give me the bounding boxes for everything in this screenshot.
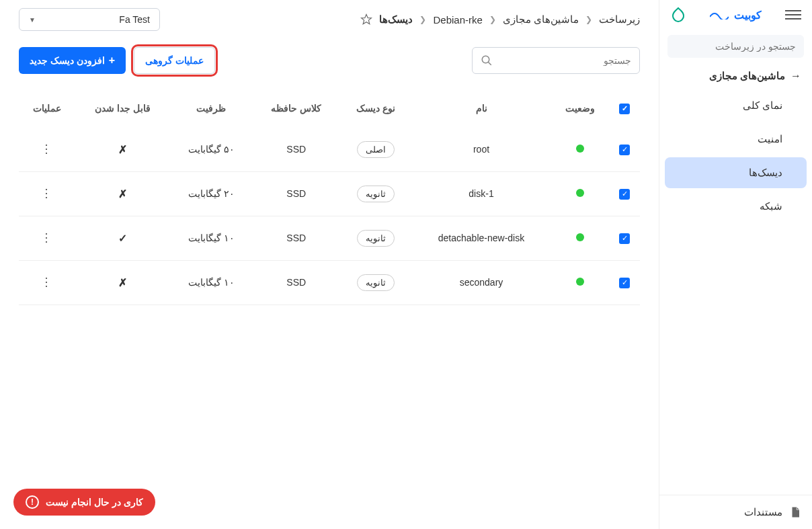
nav-section-vms[interactable]: → ماشین‌های مجازی bbox=[659, 60, 812, 89]
col-select: ✓ bbox=[609, 89, 640, 128]
cell-class: SSD bbox=[252, 171, 340, 216]
nav-section-label: ماشین‌های مجازی bbox=[709, 70, 785, 82]
status-dot-icon bbox=[576, 189, 584, 197]
search-icon bbox=[481, 54, 493, 67]
project-selector[interactable]: Fa Test ▼ bbox=[19, 8, 160, 31]
chevron-icon: ❮ bbox=[489, 15, 496, 24]
disk-type-pill: ثانویه bbox=[357, 186, 395, 202]
status-dot-icon bbox=[576, 145, 584, 153]
crumb-vms[interactable]: ماشین‌های مجازی bbox=[503, 13, 579, 26]
sidebar-search[interactable] bbox=[667, 35, 804, 58]
cell-class: SSD bbox=[252, 128, 340, 172]
cell-detachable: ✗ bbox=[75, 260, 170, 304]
row-actions-menu[interactable]: ⋯ bbox=[40, 188, 54, 200]
table-search-input[interactable] bbox=[498, 55, 631, 66]
col-detachable: قابل جدا شدن bbox=[75, 89, 170, 128]
col-status: وضعیت bbox=[551, 89, 609, 128]
brand-wave-icon bbox=[710, 10, 729, 19]
row-actions-menu[interactable]: ⋯ bbox=[40, 143, 54, 156]
table-row: ✓detachable-new-diskثانویهSSD۱۰ گیگابایت… bbox=[19, 216, 640, 260]
cell-class: SSD bbox=[252, 216, 340, 260]
crumb-vm[interactable]: Debian-rke bbox=[433, 14, 482, 26]
cell-detachable: ✗ bbox=[75, 171, 170, 216]
sidebar-search-input[interactable] bbox=[678, 41, 796, 52]
nav-item-network[interactable]: شبکه bbox=[665, 191, 807, 222]
disk-type-pill: اصلی bbox=[357, 141, 395, 158]
chevron-icon: ❮ bbox=[585, 15, 592, 24]
row-checkbox[interactable]: ✓ bbox=[619, 145, 630, 155]
status-dot-icon bbox=[576, 278, 584, 286]
status-dot-icon bbox=[576, 233, 584, 241]
sidebar: کوبیت → ماشین‌های مجازی نمای کلی امنیت د… bbox=[659, 0, 812, 529]
crumb-infra[interactable]: زیرساخت bbox=[599, 13, 640, 26]
cell-name: root bbox=[411, 128, 551, 172]
row-checkbox[interactable]: ✓ bbox=[619, 278, 630, 288]
sidebar-header: کوبیت bbox=[659, 0, 812, 30]
crumb-disks: دیسک‌ها bbox=[379, 13, 413, 26]
star-icon[interactable] bbox=[360, 13, 372, 26]
svg-line-3 bbox=[488, 62, 491, 65]
col-class: کلاس حافظه bbox=[252, 89, 340, 128]
project-selector-value: Fa Test bbox=[119, 14, 150, 25]
table-row: ✓disk-1ثانویهSSD۲۰ گیگابایت✗⋯ bbox=[19, 171, 640, 216]
alert-icon: ! bbox=[26, 495, 39, 509]
cell-capacity: ۱۰ گیگابایت bbox=[170, 216, 252, 260]
chevron-down-icon: ▼ bbox=[29, 16, 36, 24]
main-content: زیرساخت ❮ ماشین‌های مجازی ❮ Debian-rke ❮… bbox=[0, 0, 659, 529]
select-all-checkbox[interactable]: ✓ bbox=[619, 104, 630, 114]
table-search[interactable] bbox=[472, 47, 640, 74]
nav-item-security[interactable]: امنیت bbox=[665, 124, 807, 155]
cell-capacity: ۵۰ گیگابایت bbox=[170, 128, 252, 172]
brand-label: کوبیت bbox=[734, 9, 762, 22]
footer-docs-label: مستندات bbox=[744, 506, 782, 518]
chevron-icon: ❮ bbox=[419, 15, 426, 24]
col-name: نام bbox=[411, 89, 551, 128]
status-toast[interactable]: کاری در حال انجام نیست ! bbox=[13, 489, 155, 516]
cell-capacity: ۱۰ گیگابایت bbox=[170, 260, 252, 304]
breadcrumbs: زیرساخت ❮ ماشین‌های مجازی ❮ Debian-rke ❮… bbox=[360, 13, 640, 26]
svg-point-2 bbox=[482, 56, 489, 63]
row-checkbox[interactable]: ✓ bbox=[619, 233, 630, 244]
table-row: ✓rootاصلیSSD۵۰ گیگابایت✗⋯ bbox=[19, 128, 640, 172]
row-actions-menu[interactable]: ⋯ bbox=[40, 276, 54, 289]
col-actions: عملیات bbox=[19, 89, 75, 128]
nav-item-disks[interactable]: دیسک‌ها bbox=[665, 157, 807, 188]
add-disk-button[interactable]: + افزودن دیسک جدید bbox=[19, 47, 126, 74]
sidebar-footer: مستندات bbox=[659, 495, 812, 529]
group-operations-button[interactable]: عملیات گروهی bbox=[134, 47, 215, 74]
cell-capacity: ۲۰ گیگابایت bbox=[170, 171, 252, 216]
col-type: نوع دیسک bbox=[340, 89, 411, 128]
disk-type-pill: ثانویه bbox=[357, 274, 395, 291]
row-actions-menu[interactable]: ⋯ bbox=[40, 232, 54, 245]
footer-docs[interactable]: مستندات bbox=[659, 495, 812, 529]
table-row: ✓secondaryثانویهSSD۱۰ گیگابایت✗⋯ bbox=[19, 260, 640, 304]
secondary-logo-icon bbox=[670, 7, 686, 23]
disks-table: ✓ وضعیت نام نوع دیسک کلاس حافظه ظرفیت قا… bbox=[19, 89, 640, 305]
brand[interactable]: کوبیت bbox=[710, 9, 762, 22]
add-disk-label: افزودن دیسک جدید bbox=[30, 55, 105, 66]
cell-detachable: ✓ bbox=[75, 216, 170, 260]
document-icon bbox=[789, 506, 801, 518]
toast-message: کاری در حال انجام نیست bbox=[46, 497, 143, 507]
col-capacity: ظرفیت bbox=[170, 89, 252, 128]
toolbar: عملیات گروهی + افزودن دیسک جدید bbox=[19, 47, 640, 74]
hamburger-icon[interactable] bbox=[785, 7, 801, 23]
cell-name: disk-1 bbox=[411, 171, 551, 216]
table-header-row: ✓ وضعیت نام نوع دیسک کلاس حافظه ظرفیت قا… bbox=[19, 89, 640, 128]
nav-item-overview[interactable]: نمای کلی bbox=[665, 90, 807, 121]
row-checkbox[interactable]: ✓ bbox=[619, 189, 630, 200]
cell-detachable: ✗ bbox=[75, 128, 170, 172]
cell-name: secondary bbox=[411, 260, 551, 304]
topbar: زیرساخت ❮ ماشین‌های مجازی ❮ Debian-rke ❮… bbox=[19, 8, 640, 31]
disk-type-pill: ثانویه bbox=[357, 230, 395, 247]
plus-icon: + bbox=[109, 54, 115, 67]
cell-name: detachable-new-disk bbox=[411, 216, 551, 260]
cell-class: SSD bbox=[252, 260, 340, 304]
arrow-back-icon: → bbox=[790, 70, 801, 82]
